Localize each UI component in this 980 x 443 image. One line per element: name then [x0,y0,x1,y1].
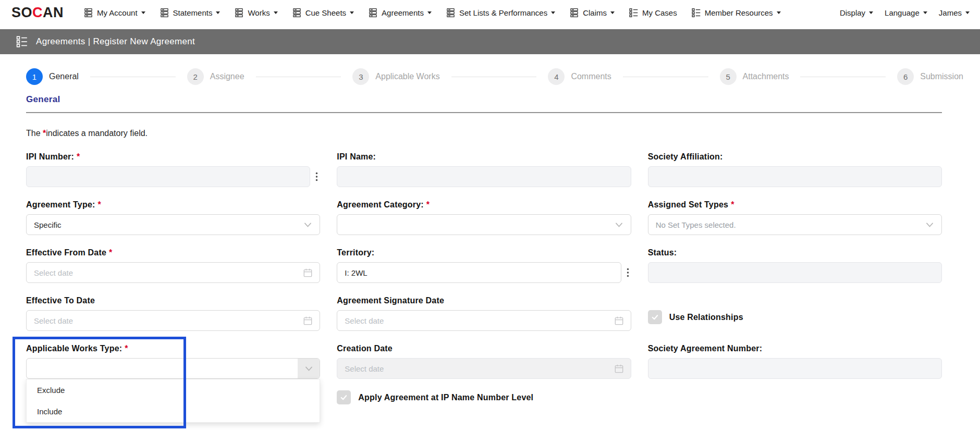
chevron-down-icon [777,11,781,14]
field-label: Agreement Category:* [337,200,631,210]
server-icon [234,8,244,18]
vertical-ellipsis-icon [315,171,318,182]
chevron-down-icon [869,11,873,14]
effective-to-date-input[interactable] [34,316,298,325]
ipi-name-input[interactable] [337,166,631,187]
step-general[interactable]: 1 General [26,68,79,85]
step-label: Assignee [210,72,244,81]
nav-label: Works [248,8,270,17]
field-use-relationships: Use Relationships [648,296,942,331]
nav-label: Member Resources [705,8,773,17]
field-label: IPI Name: [337,152,631,162]
nav-item-claims[interactable]: Claims [569,8,615,18]
assigned-set-types-select[interactable]: No Set Types selected. [648,214,942,235]
calendar-icon [614,364,624,374]
server-icon [446,8,456,18]
use-relationships-checkbox[interactable] [648,310,662,324]
nav-item-my-account[interactable]: My Account [83,8,145,18]
field-label: Status: [648,248,942,258]
field-label: IPI Number:* [26,152,320,162]
required-asterisk: * [109,248,112,257]
agreement-type-select[interactable]: Specific [26,214,320,235]
step-number-badge: 3 [352,68,369,85]
nav-item-my-cases[interactable]: My Cases [629,8,677,18]
chevron-down-icon [427,11,432,14]
territory-options-button[interactable] [626,267,631,278]
chevron-down-icon [274,11,278,14]
chevron-down-icon [350,11,354,14]
required-asterisk: * [426,200,430,209]
field-label: Effective To Date [26,296,320,306]
status-input[interactable] [648,262,942,283]
nav-label: Agreements [382,8,424,17]
agreement-signature-date-picker[interactable] [337,310,631,331]
step-number-badge: 1 [26,68,43,85]
field-label: Agreement Signature Date [337,296,631,306]
section-divider [26,112,942,113]
creation-date-input[interactable] [345,364,608,373]
wizard-stepper: 1 General 2 Assignee 3 Applicable Works … [0,68,980,85]
required-asterisk: * [125,344,128,353]
nav-item-display[interactable]: Display [840,8,873,17]
society-agreement-number-input[interactable] [648,358,942,379]
step-number-badge: 4 [548,68,565,85]
effective-to-date-picker[interactable] [26,310,320,331]
logo-accent-letter: C [32,5,43,20]
step-connector [800,77,886,77]
nav-label: Statements [173,8,213,17]
field-effective-to-date: Effective To Date [26,296,320,331]
dropdown-option-exclude[interactable]: Exclude [27,379,320,401]
nav-item-set-lists-performances[interactable]: Set Lists & Performances [446,8,555,18]
nav-item-user-menu[interactable]: James [939,8,970,17]
step-applicable-works[interactable]: 3 Applicable Works [352,68,439,85]
navbar-right-group: Display Language James [828,8,970,17]
dropdown-option-include[interactable]: Include [27,401,320,422]
effective-from-date-picker[interactable] [26,262,320,283]
field-status: Status: [648,248,942,283]
page-title-bar: Agreements | Register New Agreement [0,29,980,54]
chevron-down-icon [965,11,970,14]
step-submission[interactable]: 6 Submission [897,68,963,85]
agreement-signature-date-input[interactable] [345,316,608,325]
agreement-category-select[interactable] [337,214,631,235]
chevron-down-icon [303,220,313,230]
creation-date-picker[interactable] [337,358,631,379]
field-territory: Territory: [337,248,631,283]
server-icon [292,8,302,18]
step-assignee[interactable]: 2 Assignee [187,68,244,85]
field-agreement-category: Agreement Category:* [337,200,631,235]
step-comments[interactable]: 4 Comments [548,68,611,85]
socan-logo[interactable]: SOCAN [11,5,64,21]
ipi-number-input[interactable] [26,166,310,187]
step-attachments[interactable]: 5 Attachments [720,68,789,85]
apply-agreement-ip-level-checkbox[interactable] [337,390,351,404]
field-society-affiliation: Society Affiliation: [648,152,942,187]
territory-input[interactable] [337,262,621,283]
applicable-works-type-select[interactable] [26,358,320,379]
field-label: Agreement Type:* [26,200,320,210]
server-icon [83,8,93,18]
server-icon [368,8,378,18]
calendar-icon [303,316,313,326]
ipi-number-options-button[interactable] [315,171,320,182]
nav-item-works[interactable]: Works [234,8,277,18]
nav-item-member-resources[interactable]: Member Resources [691,8,781,18]
chevron-down-icon [925,220,935,230]
placeholder-value: No Set Types selected. [656,220,736,229]
nav-item-statements[interactable]: Statements [160,8,220,18]
effective-from-date-input[interactable] [34,268,298,277]
step-connector [451,77,537,77]
field-creation-date: Creation Date Apply Agreement at IP Name… [337,343,631,404]
step-connector [256,77,341,77]
nav-item-cue-sheets[interactable]: Cue Sheets [292,8,354,18]
field-agreement-signature-date: Agreement Signature Date [337,296,631,331]
checkbox-label: Use Relationships [669,313,743,322]
step-connector [623,77,708,77]
step-connector [90,77,176,77]
select-toggle-button[interactable] [298,359,320,378]
nav-item-agreements[interactable]: Agreements [368,8,432,18]
society-affiliation-input[interactable] [648,166,942,187]
field-label: Territory: [337,248,631,258]
nav-item-language[interactable]: Language [885,8,927,17]
required-asterisk: * [98,200,101,209]
